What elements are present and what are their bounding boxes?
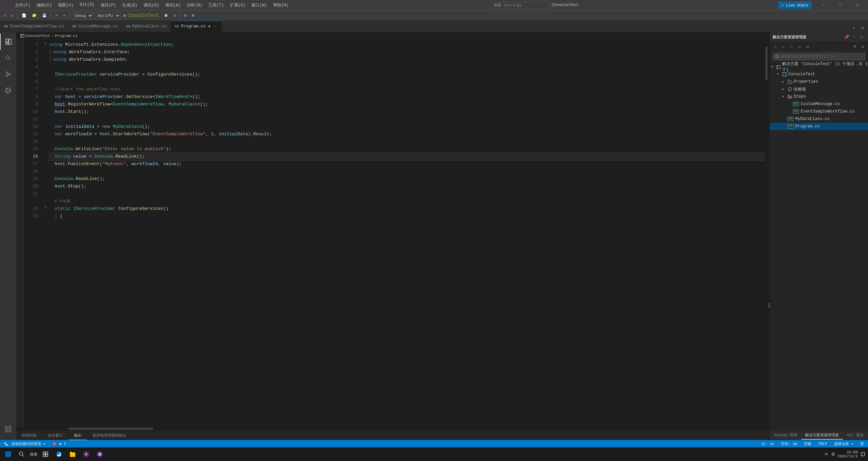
maximize-button[interactable]: □ <box>833 0 848 10</box>
toolbar-open[interactable]: 📁 <box>30 13 39 18</box>
status-col[interactable]: 字符: 35 <box>779 441 798 446</box>
windows-start-button[interactable] <box>3 449 14 460</box>
menu-window[interactable]: 窗口(W) <box>249 2 270 9</box>
run-button[interactable]: ▶ ConsoleTest <box>122 12 161 19</box>
toolbar-new[interactable]: 📄 <box>20 13 29 18</box>
panel-tab-nuget[interactable]: 程序包管理器控制台 <box>87 431 132 440</box>
toolbar-back[interactable]: ◁ <box>1 13 8 18</box>
tab-custommessage[interactable]: C# CustomMessage.cs <box>68 21 122 32</box>
breadcrumb-project[interactable]: ConsoleTest <box>25 34 50 38</box>
vertical-scrollbar[interactable] <box>765 40 770 427</box>
taskbar-clock[interactable]: 16:08 2023/12/2 <box>838 450 858 458</box>
menu-debug[interactable]: 调试(D) <box>141 2 162 9</box>
horizontal-scrollbar[interactable] <box>16 427 770 430</box>
tree-custommessage[interactable]: C# CustomMessage.cs <box>770 100 868 108</box>
menu-file[interactable]: 文件(F) <box>12 2 33 9</box>
status-row[interactable]: 行: 16 <box>760 441 775 446</box>
tree-solution-root[interactable]: ▼ 解决方案 'ConsoleTest' (1 个项目，共 1 个) <box>770 63 868 71</box>
close-button[interactable]: ✕ <box>850 0 865 10</box>
status-repo[interactable]: 选择仓库 ▾ <box>833 441 855 446</box>
tree-program[interactable]: C# Program.cs <box>770 123 868 130</box>
sol-pin-button[interactable]: 📌 <box>843 34 850 41</box>
taskbar-lang[interactable]: 英 <box>831 452 835 457</box>
sol-forward-btn[interactable]: ▷ <box>779 43 787 51</box>
taskbar-purple[interactable] <box>94 449 105 460</box>
live-share-button[interactable]: ⚡ Live Share <box>778 1 812 9</box>
taskbar-vs[interactable]: V <box>81 449 92 460</box>
expand-icon[interactable]: ▼ <box>777 73 781 76</box>
tab-eventsampleworkflow[interactable]: C# EventSampleWorkflow.cs <box>0 21 68 32</box>
left-tab-team-explorer[interactable]: 团队资源管理器 <box>17 40 23 44</box>
taskbar-edge[interactable] <box>54 449 64 460</box>
tree-dependencies[interactable]: ▶ 依赖项 <box>770 85 868 93</box>
tab-program[interactable]: C# Program.cs ● ✕ <box>171 21 222 32</box>
breadcrumb-file[interactable]: Program.cs <box>55 34 77 38</box>
restart-button[interactable]: ↺ <box>171 13 178 18</box>
panel-tab-errors[interactable]: 错误列表 <box>16 431 42 440</box>
activity-extensions[interactable] <box>0 421 16 437</box>
toolbar-misc2[interactable]: ⊞ <box>190 13 196 18</box>
activity-explorer[interactable] <box>0 34 16 50</box>
tree-mydataclass[interactable]: C# MyDataClass.cs <box>770 115 868 123</box>
menu-tools[interactable]: 工具(T) <box>206 2 227 9</box>
right-tab-solution[interactable]: 解决方案资源管理器 <box>801 431 843 440</box>
right-tab-python[interactable]: Python 环境 <box>770 431 801 440</box>
taskbar-task-view[interactable] <box>40 449 51 460</box>
expand-icon[interactable]: ▶ <box>782 87 786 91</box>
breadcrumb-folder[interactable] <box>20 34 25 38</box>
toolbar-forward[interactable]: ▷ <box>9 13 16 18</box>
menu-analyze[interactable]: 分析(N) <box>184 2 205 9</box>
tab-close-program[interactable]: ✕ <box>213 24 218 29</box>
stop-button[interactable]: ⏹ <box>162 13 170 18</box>
right-tab-git[interactable]: Git 更改 <box>843 431 867 440</box>
code-area[interactable]: using Microsoft.Extensions.DependencyInj… <box>48 40 765 427</box>
tree-properties[interactable]: ▶ Properties <box>770 78 868 85</box>
sol-close-button[interactable]: ✕ <box>858 34 865 41</box>
activity-debug[interactable] <box>0 82 16 99</box>
sol-refresh-btn[interactable]: ↻ <box>796 43 803 51</box>
menu-help[interactable]: 帮助(H) <box>270 2 291 9</box>
activity-git[interactable] <box>0 66 16 82</box>
menu-project[interactable]: 项目(P) <box>98 2 119 9</box>
menu-extensions[interactable]: 扩展(X) <box>227 2 248 9</box>
status-lang[interactable]: 英 <box>859 441 865 446</box>
toolbar-undo[interactable]: ↩ <box>53 13 60 18</box>
sol-back-btn[interactable]: ◁ <box>771 43 779 51</box>
status-errors[interactable]: ! ▲ 2 <box>51 442 67 446</box>
debug-config-dropdown[interactable]: Debug <box>72 12 93 19</box>
sol-filter-btn[interactable]: ▼ <box>851 43 858 51</box>
menu-git[interactable]: Git(G) <box>77 2 97 9</box>
solution-search-input[interactable] <box>780 55 863 59</box>
fold-1[interactable]: ⊟ <box>43 40 48 47</box>
taskbar-explorer[interactable] <box>67 449 78 460</box>
menu-build[interactable]: 生成(B) <box>119 2 140 9</box>
fold-22[interactable]: ⊟ <box>43 204 48 211</box>
tree-steps-folder[interactable]: ▼ Steps <box>770 93 868 100</box>
activity-search[interactable] <box>0 50 16 66</box>
menu-edit[interactable]: 编辑(E) <box>34 2 55 9</box>
tab-layout-button[interactable]: ⊟ <box>858 24 867 32</box>
hscroll-thumb[interactable] <box>69 428 153 430</box>
sol-home-btn[interactable]: ⌂ <box>788 43 795 51</box>
search-bar[interactable]: 搜索 (Ctrl+Q) <box>491 2 549 9</box>
cpu-config-dropdown[interactable]: Any CPU <box>95 12 120 19</box>
sol-minimize-button[interactable]: ─ <box>850 34 858 41</box>
taskbar-search-label[interactable]: 搜索 <box>30 452 37 457</box>
status-branch[interactable]: 添加到源代码管理 ▾ <box>3 441 47 446</box>
taskbar-search[interactable] <box>16 449 27 460</box>
expand-icon[interactable]: ▼ <box>771 65 775 69</box>
expand-icon[interactable]: ▶ <box>782 80 786 84</box>
status-spaces[interactable]: 空格 <box>803 441 813 446</box>
panel-tab-command[interactable]: 命令窗口 <box>42 431 69 440</box>
toolbar-misc1[interactable]: ⚙ <box>182 13 189 18</box>
tab-list-button[interactable]: ▾ <box>850 24 858 32</box>
status-encoding[interactable]: CRLF <box>817 442 828 446</box>
taskbar-notification-icon[interactable] <box>861 452 865 457</box>
scrollbar-thumb[interactable] <box>766 46 768 80</box>
toolbar-redo[interactable]: ↪ <box>61 13 68 18</box>
panel-tab-output[interactable]: 输出 <box>69 431 87 440</box>
tree-eventsampleworkflow[interactable]: C# EventSampleWorkflow.cs <box>770 108 868 115</box>
toolbar-save-all[interactable]: 💾 <box>40 13 49 18</box>
sol-settings-btn[interactable]: ⚙ <box>859 43 867 51</box>
minimize-button[interactable]: ─ <box>816 0 831 10</box>
